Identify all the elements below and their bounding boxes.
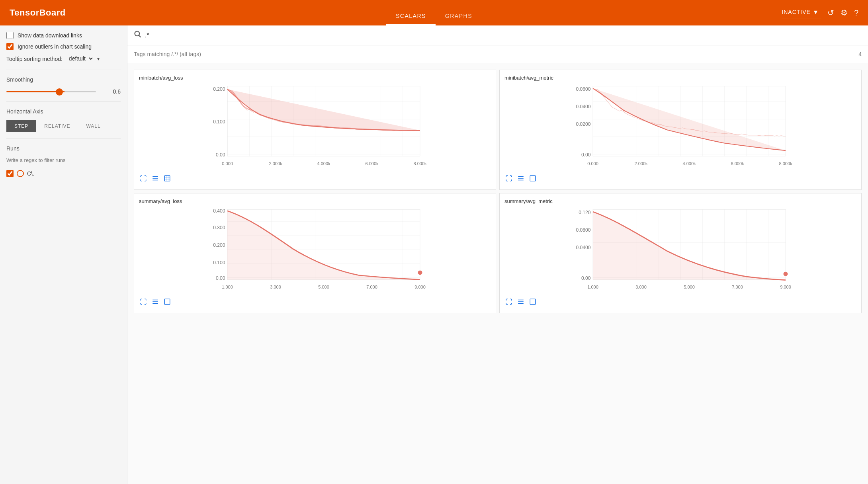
svg-point-0	[135, 31, 140, 36]
svg-text:7.000: 7.000	[732, 285, 743, 289]
status-dropdown[interactable]: INACTIVE ▾	[782, 8, 821, 18]
svg-text:0.00: 0.00	[216, 152, 225, 158]
chart-minibatch-avg-metric: minibatch/avg_metric 0.0600 0.0400 0.020…	[499, 70, 862, 190]
main-nav: SCALARS GRAPHS	[386, 0, 482, 25]
refresh-icon[interactable]: ↺	[827, 8, 834, 18]
chart-minibatch-avg-loss: minibatch/avg_loss 0.200 0.100 0	[134, 70, 496, 190]
status-label: INACTIVE	[782, 9, 811, 15]
run-checkbox[interactable]	[6, 170, 14, 177]
tooltip-row: Tooltip sorting method: default ▾	[6, 54, 121, 63]
axis-buttons: STEP RELATIVE WALL	[6, 120, 121, 132]
tooltip-select[interactable]: default	[66, 54, 94, 63]
search-bar	[127, 25, 868, 45]
divider-1	[6, 70, 121, 70]
svg-text:1.000: 1.000	[587, 285, 598, 289]
chart-actions-0	[139, 174, 491, 185]
svg-text:0.0400: 0.0400	[576, 104, 591, 109]
smoothing-slider[interactable]	[6, 91, 96, 92]
header: TensorBoard SCALARS GRAPHS INACTIVE ▾ ↺ …	[0, 0, 868, 25]
chart-fit-btn-0[interactable]	[163, 174, 172, 185]
svg-text:0.120: 0.120	[579, 210, 591, 215]
svg-text:6.000k: 6.000k	[731, 161, 744, 166]
svg-text:0.00: 0.00	[581, 152, 591, 158]
svg-text:0.000: 0.000	[587, 161, 598, 166]
chart-expand-btn-0[interactable]	[139, 174, 148, 185]
chart-fit-btn-2[interactable]	[163, 297, 172, 308]
svg-text:0.0800: 0.0800	[576, 227, 591, 233]
svg-text:1.000: 1.000	[222, 285, 233, 289]
svg-text:0.300: 0.300	[213, 225, 225, 230]
chart-data-btn-1[interactable]	[516, 174, 525, 185]
svg-point-40	[418, 270, 422, 275]
divider-3	[6, 139, 121, 139]
svg-text:0.0400: 0.0400	[576, 245, 591, 250]
chart-fit-btn-3[interactable]	[528, 297, 537, 308]
chart-area-2: 0.400 0.300 0.200 0.100 0.00 1.000 3.000…	[139, 207, 491, 295]
svg-text:2.000k: 2.000k	[634, 161, 648, 166]
svg-text:0.0200: 0.0200	[576, 121, 591, 127]
chart-area-3: 0.120 0.0800 0.0400 0.00 1.000 3.000 5.0…	[504, 207, 856, 295]
sidebar-checkboxes: Show data download links Ignore outliers…	[6, 32, 121, 63]
chart-expand-btn-3[interactable]	[504, 297, 513, 308]
show-data-checkbox[interactable]	[6, 32, 14, 39]
axis-wall-button[interactable]: WALL	[78, 120, 108, 132]
svg-text:0.400: 0.400	[213, 208, 225, 214]
divider-2	[6, 101, 121, 102]
svg-text:9.000: 9.000	[780, 285, 791, 289]
svg-text:4.000k: 4.000k	[682, 161, 696, 166]
search-input[interactable]	[145, 32, 862, 39]
chart-actions-1	[504, 174, 856, 185]
chart-fit-btn-1[interactable]	[528, 174, 537, 185]
nav-graphs[interactable]: GRAPHS	[436, 13, 482, 25]
chart-expand-btn-1[interactable]	[504, 174, 513, 185]
svg-text:5.000: 5.000	[684, 285, 695, 289]
svg-text:7.000: 7.000	[366, 285, 377, 289]
svg-text:0.00: 0.00	[216, 275, 225, 281]
svg-rect-28	[530, 176, 536, 181]
chart-title-2: summary/avg_loss	[139, 198, 491, 204]
svg-point-55	[784, 272, 788, 276]
ignore-outliers-row: Ignore outliers in chart scaling	[6, 43, 121, 50]
svg-text:0.100: 0.100	[213, 119, 225, 125]
svg-line-1	[139, 35, 141, 37]
runs-filter-input[interactable]	[6, 156, 121, 165]
axis-relative-button[interactable]: RELATIVE	[36, 120, 78, 132]
chart-expand-btn-2[interactable]	[139, 297, 148, 308]
help-icon[interactable]: ?	[854, 8, 858, 18]
chart-data-btn-0[interactable]	[151, 174, 160, 185]
svg-text:8.000k: 8.000k	[413, 161, 427, 166]
nav-scalars[interactable]: SCALARS	[386, 13, 436, 25]
ignore-outliers-checkbox[interactable]	[6, 43, 14, 50]
show-data-label: Show data download links	[18, 32, 82, 39]
chart-summary-avg-metric: summary/avg_metric 0.120 0.0800 0.0400 0…	[499, 193, 862, 313]
svg-text:3.000: 3.000	[270, 285, 281, 289]
settings-icon[interactable]: ⚙	[841, 8, 848, 18]
chart-svg-2: 0.400 0.300 0.200 0.100 0.00 1.000 3.000…	[139, 207, 491, 295]
show-data-links-row: Show data download links	[6, 32, 121, 39]
chart-data-btn-3[interactable]	[516, 297, 525, 308]
charts-grid: minibatch/avg_loss 0.200 0.100 0	[127, 63, 868, 320]
search-icon	[134, 30, 142, 40]
svg-text:0.00: 0.00	[581, 275, 591, 281]
dropdown-arrow-icon: ▾	[814, 8, 818, 16]
svg-text:0.200: 0.200	[213, 86, 225, 92]
svg-text:4.000k: 4.000k	[317, 161, 330, 166]
smoothing-title: Smoothing	[6, 76, 121, 83]
chart-svg-3: 0.120 0.0800 0.0400 0.00 1.000 3.000 5.0…	[504, 207, 856, 295]
axis-step-button[interactable]: STEP	[6, 120, 36, 132]
svg-text:8.000k: 8.000k	[779, 161, 792, 166]
sidebar: Show data download links Ignore outliers…	[0, 25, 127, 484]
svg-rect-44	[164, 299, 170, 304]
horizontal-axis-title: Horizontal Axis	[6, 108, 121, 115]
run-label: C\.	[27, 170, 34, 177]
chart-area-0: 0.200 0.100 0.00 0.000 2.000k 4.000k 6.0…	[139, 84, 491, 172]
svg-text:0.000: 0.000	[222, 161, 233, 166]
chart-title-3: summary/avg_metric	[504, 198, 856, 204]
chart-actions-2	[139, 297, 491, 308]
chart-data-btn-2[interactable]	[151, 297, 160, 308]
svg-text:2.000k: 2.000k	[269, 161, 282, 166]
svg-rect-59	[530, 299, 536, 304]
main-content: Tags matching /.*/ (all tags) 4 minibatc…	[127, 25, 868, 484]
header-right: INACTIVE ▾ ↺ ⚙ ?	[782, 8, 858, 18]
smoothing-value[interactable]: 0.6	[101, 88, 121, 95]
